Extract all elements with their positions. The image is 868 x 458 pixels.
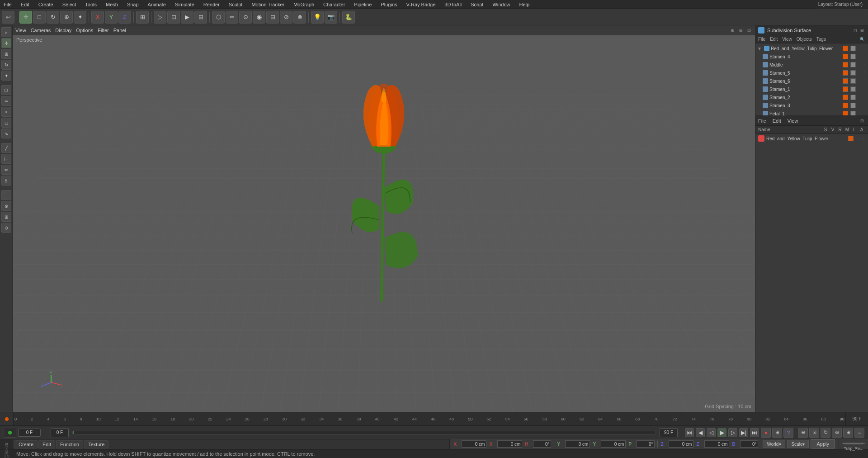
smooth-button[interactable]: ◉ [253,11,265,24]
move-tool[interactable]: ✛ [1,38,11,48]
mat-mgr-icon[interactable]: ⊞ [859,118,865,124]
start-frame-input[interactable] [18,429,41,437]
obj-menu-file[interactable]: File [758,37,765,42]
obj-search[interactable]: 🔍 [859,36,865,43]
motion-button[interactable]: ⊗ [832,428,842,438]
obj-vis-1[interactable] [850,46,856,51]
menu-snap[interactable]: Snap [125,2,141,7]
x-axis-button[interactable]: X [91,11,104,24]
z-size-input[interactable] [704,440,729,448]
viewport-menu-view[interactable]: View [15,28,26,33]
mat-manager-edit-label[interactable]: Edit [773,118,781,124]
menu-pipeline[interactable]: Pipeline [352,2,373,7]
goto-end-button[interactable]: ⏭ [750,428,759,437]
obj-vis-s3[interactable] [850,103,856,108]
menu-mograph[interactable]: MoGraph [292,2,316,7]
obj-stamen6[interactable]: Stamen_6 ⋮⋮ [755,77,868,85]
obj-mgr-icon2[interactable]: ⊞ [859,27,865,33]
tab-texture[interactable]: Texture [84,440,108,448]
object-button[interactable]: □ [33,11,46,24]
rotate-button[interactable]: ↻ [47,11,59,24]
auto-key-button[interactable]: ⊞ [772,428,782,438]
knife-button[interactable]: ⊘ [280,11,292,24]
p-input[interactable] [637,440,655,448]
y-pos-input[interactable] [565,440,590,448]
mat-manager-view-label[interactable]: View [788,118,798,124]
key-button[interactable]: ⊕ [798,428,808,438]
sculpt-tool[interactable]: ⊙ [1,223,11,233]
obj-vis-s4[interactable] [850,54,856,59]
play-forward-button[interactable]: ▶ [717,428,726,437]
menu-animate[interactable]: Animate [146,2,168,7]
timeline-scrubber[interactable] [72,431,656,434]
render-all-button[interactable]: ⊞ [194,11,207,24]
render-view-button[interactable]: ▶ [181,11,193,24]
menu-motion-tracker[interactable]: Motion Tracker [250,2,286,7]
dollar-tool[interactable]: $ [1,176,11,186]
goto-start-button[interactable]: ⏮ [685,428,694,437]
menu-vray[interactable]: V-Ray Bridge [405,2,438,7]
scale-dropdown[interactable]: Scale ▾ [787,440,809,448]
mirror-button[interactable]: ⊟ [266,11,279,24]
paint-button[interactable]: ⊙ [239,11,252,24]
select-tool[interactable]: ▹ [1,27,11,37]
menu-tools[interactable]: Tools [83,2,99,7]
render-button[interactable]: ▷ [154,11,166,24]
material-row[interactable]: Red_and_Yellow_Tulip_Flower ⋮⋮ [755,134,868,143]
obj-vis-mid[interactable] [850,62,856,67]
light-button[interactable]: 💡 [311,11,324,24]
menu-3dtoall[interactable]: 3DToAll [443,2,463,7]
viewport-menu-cameras[interactable]: Cameras [31,28,51,33]
obj-menu-objects[interactable]: Objects [797,37,812,42]
point-mode[interactable]: • [1,107,11,117]
next-frame-button[interactable]: ▶| [739,428,748,437]
brush-button[interactable]: ✏ [226,11,238,24]
viewport-icon-3[interactable]: ⊡ [746,27,752,33]
x-pos-input[interactable] [462,440,486,448]
obj-root-item[interactable]: ▼ Red_and_Yellow_Tulip_Flower ⋮⋮ [755,44,868,52]
record-button[interactable]: ● [761,428,771,438]
camera-button[interactable]: 📷 [325,11,337,24]
menu-edit[interactable]: Edit [19,2,31,7]
question-button[interactable]: ? [783,428,793,438]
viewport[interactable]: View Cameras Display Options Filter Pane… [13,25,755,412]
menu-character[interactable]: Character [321,2,347,7]
transform-tool[interactable]: ✦ [1,71,11,81]
measure-tool[interactable]: ⊢ [1,154,11,164]
obj-petal1[interactable]: Petal_1 ⋮⋮ [755,110,868,115]
viewport-menu-options[interactable]: Options [76,28,93,33]
play-forward2-button[interactable]: ▷ [728,428,737,437]
obj-vis-s2[interactable] [850,95,856,100]
world-space-button[interactable]: ⊞ [136,11,149,24]
object-mode[interactable]: ◻ [1,118,11,128]
magnet-tool[interactable]: ⊗ [1,201,11,211]
scale-button[interactable]: ⊕ [60,11,73,24]
tab-edit[interactable]: Edit [38,440,55,448]
y-axis-button[interactable]: Y [105,11,118,24]
texture-tool[interactable]: ⊞ [1,212,11,222]
world-dropdown[interactable]: World ▾ [763,440,785,448]
y-size-input[interactable] [601,440,626,448]
apply-button[interactable]: Apply [811,439,835,448]
obj-menu-edit[interactable]: Edit [770,37,778,42]
tree-expand[interactable]: ▼ [757,46,762,51]
timeline-button[interactable]: ⊡ [809,428,819,438]
menu-file[interactable]: File [2,2,14,7]
obj-stamen3[interactable]: Stamen_3 ⋮⋮ [755,101,868,110]
undo-button[interactable]: ↩ [2,11,14,24]
edge-mode[interactable]: ━ [1,96,11,106]
rotate-tool[interactable]: ↻ [1,60,11,70]
viewport-menu-display[interactable]: Display [55,28,71,33]
b-input[interactable] [740,440,758,448]
obj-stamen5[interactable]: Stamen_5 ⋮⋮ [755,69,868,77]
transform-button[interactable]: ✦ [74,11,86,24]
menu-help[interactable]: Help [518,2,532,7]
menu-create[interactable]: Create [37,2,55,7]
h-input[interactable] [533,440,551,448]
spline-tool[interactable]: ∿ [1,129,11,138]
line-tool[interactable]: ╱ [1,143,11,153]
frame-input-2[interactable]: 0 F [51,428,69,437]
play-back-button[interactable]: ◁ [707,428,716,437]
menu-plugins[interactable]: Plugins [379,2,399,7]
grid-button[interactable]: ⊞ [843,428,853,438]
